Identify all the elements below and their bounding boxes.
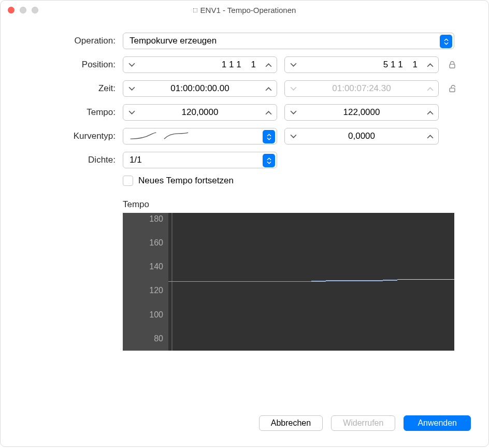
window-controls: [8, 7, 38, 13]
tempo-graph[interactable]: 80100120140160180: [123, 213, 454, 351]
chevron-up-icon[interactable]: [423, 57, 437, 73]
tempo-segment: [168, 281, 311, 282]
graph-title: Tempo: [123, 199, 474, 210]
chevron-up-icon[interactable]: [423, 105, 437, 120]
tempo-left-field[interactable]: 120,0000: [123, 104, 277, 121]
chevron-down-icon[interactable]: [124, 81, 139, 96]
svg-rect-1: [450, 88, 455, 92]
graph-plot-area: [168, 213, 454, 351]
minimize-window-button[interactable]: [20, 7, 26, 13]
continue-tempo-checkbox[interactable]: [123, 176, 133, 186]
footer-buttons: Abbrechen Widerrufen Anwenden: [259, 415, 471, 431]
graph-y-tick: 100: [149, 310, 163, 320]
tempo-segment: [383, 280, 397, 281]
lock-closed-icon[interactable]: [446, 60, 458, 69]
close-window-button[interactable]: [8, 7, 15, 13]
svg-rect-0: [450, 64, 455, 68]
continue-tempo-label: Neues Tempo fortsetzen: [138, 176, 234, 186]
time-right-value: 01:00:07:24.30: [303, 83, 421, 94]
tempo-segment: [326, 280, 383, 281]
tempo-label: Tempo:: [1, 107, 123, 118]
position-left-value: 1 1 1 1: [141, 60, 259, 70]
operation-select-value: Tempokurve erzeugen: [130, 36, 217, 46]
curve-value-field[interactable]: 0,0000: [284, 128, 439, 144]
chevron-down-icon[interactable]: [286, 57, 300, 73]
position-left-field[interactable]: 1 1 1 1: [123, 56, 277, 73]
chevron-down-icon: [286, 81, 300, 96]
density-select-value: 1/1: [130, 155, 142, 165]
content-area: Operation: Tempokurve erzeugen Position:…: [1, 19, 488, 351]
dropdown-icon: [440, 35, 452, 48]
graph-y-tick: 160: [149, 238, 163, 248]
document-proxy-icon: [193, 8, 197, 12]
position-right-field[interactable]: 5 1 1 1: [284, 56, 439, 73]
density-label: Dichte:: [1, 155, 123, 165]
time-left-field[interactable]: 01:00:00:00.00: [123, 80, 277, 97]
tempo-left-value: 120,0000: [141, 107, 259, 118]
time-right-field: 01:00:07:24.30: [284, 80, 439, 97]
tempo-segment: [311, 281, 326, 282]
graph-y-tick: 140: [149, 262, 163, 271]
curve-value: 0,0000: [303, 131, 421, 141]
chevron-up-icon[interactable]: [261, 105, 276, 120]
density-select[interactable]: 1/1: [123, 152, 277, 168]
position-label: Position:: [1, 60, 123, 70]
chevron-down-icon[interactable]: [124, 105, 139, 120]
dropdown-icon: [263, 154, 275, 167]
graph-y-tick: 180: [149, 214, 163, 224]
curvetype-select[interactable]: [123, 128, 277, 144]
zoom-window-button[interactable]: [32, 7, 38, 13]
curvetype-label: Kurventyp:: [1, 131, 123, 141]
graph-y-tick: 120: [149, 286, 163, 295]
curve-shape-icon: [130, 132, 192, 141]
chevron-down-icon[interactable]: [286, 128, 300, 144]
time-left-value: 01:00:00:00.00: [141, 83, 259, 94]
undo-button: Widerrufen: [331, 415, 395, 431]
position-right-value: 5 1 1 1: [303, 60, 421, 70]
chevron-up-icon[interactable]: [423, 128, 437, 144]
titlebar: ENV1 - Tempo-Operationen: [1, 1, 488, 19]
tempo-right-field[interactable]: 122,0000: [284, 104, 439, 121]
dropdown-icon: [263, 130, 275, 143]
apply-button[interactable]: Anwenden: [404, 415, 471, 431]
graph-y-axis: 80100120140160180: [123, 213, 168, 351]
lock-open-icon[interactable]: [446, 84, 458, 93]
chevron-down-icon[interactable]: [286, 105, 300, 120]
graph-y-tick: 80: [154, 334, 163, 343]
operation-label: Operation:: [1, 36, 123, 46]
chevron-up-icon: [423, 81, 437, 96]
tempo-right-value: 122,0000: [303, 107, 421, 118]
window-title: ENV1 - Tempo-Operationen: [1, 6, 488, 15]
cancel-button[interactable]: Abbrechen: [259, 415, 323, 431]
time-label: Zeit:: [1, 83, 123, 94]
chevron-up-icon[interactable]: [261, 81, 276, 96]
chevron-down-icon[interactable]: [124, 57, 139, 73]
tempo-operations-window: ENV1 - Tempo-Operationen Operation: Temp…: [0, 0, 489, 447]
operation-select[interactable]: Tempokurve erzeugen: [123, 33, 454, 49]
chevron-up-icon[interactable]: [261, 57, 276, 73]
tempo-segment: [397, 279, 454, 280]
